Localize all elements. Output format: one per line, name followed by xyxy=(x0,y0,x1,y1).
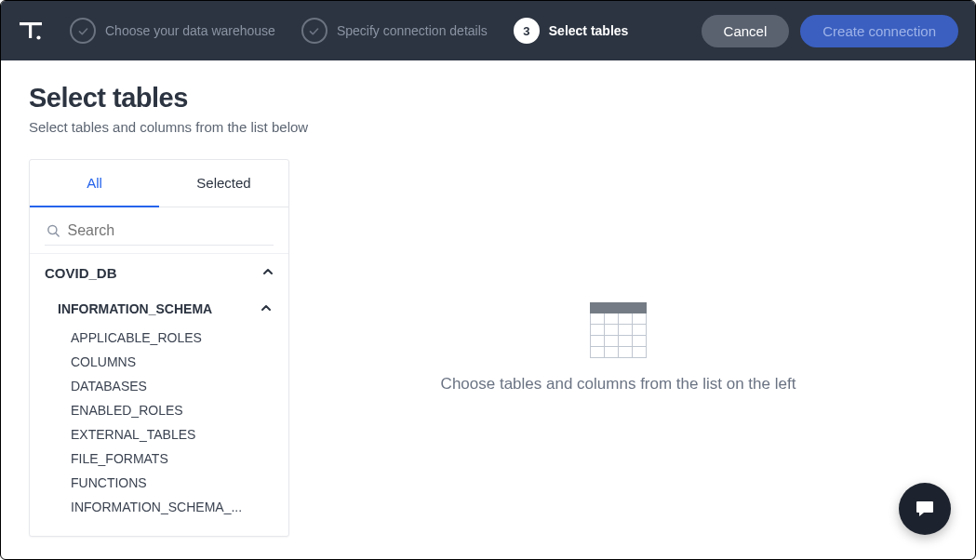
cancel-button[interactable]: Cancel xyxy=(702,15,790,47)
main-layout: All Selected COVID_DB INFORMATION_SCHEMA xyxy=(29,159,947,537)
app-logo xyxy=(18,18,44,44)
page-subtitle: Select tables and columns from the list … xyxy=(29,119,947,135)
browser-tabs: All Selected xyxy=(30,160,288,207)
chevron-up-icon xyxy=(261,302,272,316)
tree-table[interactable]: INFORMATION_SCHEMA_... xyxy=(30,495,288,519)
empty-state: Choose tables and columns from the list … xyxy=(289,159,947,537)
search-input[interactable] xyxy=(68,222,272,239)
wizard-header: Choose your data warehouse Specify conne… xyxy=(1,1,975,60)
page-content: Select tables Select tables and columns … xyxy=(1,60,975,559)
tree-table[interactable]: EXTERNAL_TABLES xyxy=(30,422,288,447)
step-connection[interactable]: Specify connection details xyxy=(301,18,488,44)
step-label: Choose your data warehouse xyxy=(105,23,275,38)
step-warehouse[interactable]: Choose your data warehouse xyxy=(70,18,275,44)
tree[interactable]: COVID_DB INFORMATION_SCHEMA APPLICABLE_R… xyxy=(30,253,288,536)
header-actions: Cancel Create connection xyxy=(702,15,958,47)
tree-table[interactable]: FILE_FORMATS xyxy=(30,447,288,471)
step-label: Specify connection details xyxy=(337,23,488,38)
chevron-up-icon xyxy=(262,266,274,280)
svg-point-2 xyxy=(36,35,40,39)
wizard-steps: Choose your data warehouse Specify conne… xyxy=(70,18,685,44)
schema-label: INFORMATION_SCHEMA xyxy=(58,301,212,316)
table-browser: All Selected COVID_DB INFORMATION_SCHEMA xyxy=(29,159,289,537)
svg-rect-0 xyxy=(20,22,42,25)
tab-all[interactable]: All xyxy=(30,160,159,207)
tree-table[interactable]: FUNCTIONS xyxy=(30,471,288,495)
step-tables[interactable]: 3 Select tables xyxy=(514,18,629,44)
tree-table[interactable]: DATABASES xyxy=(30,374,288,398)
tree-table[interactable]: COLUMNS xyxy=(30,350,288,374)
svg-line-4 xyxy=(56,233,59,236)
tree-table[interactable]: APPLICABLE_ROLES xyxy=(30,326,288,350)
tree-schema[interactable]: INFORMATION_SCHEMA xyxy=(30,292,288,326)
empty-message: Choose tables and columns from the list … xyxy=(441,375,796,393)
tree-database[interactable]: COVID_DB xyxy=(30,253,288,292)
chat-button[interactable] xyxy=(899,483,951,535)
search-row xyxy=(30,207,288,253)
tab-selected[interactable]: Selected xyxy=(159,160,288,207)
logo-icon xyxy=(18,18,44,44)
check-icon xyxy=(301,18,328,44)
database-label: COVID_DB xyxy=(45,265,117,281)
step-label: Select tables xyxy=(549,23,629,38)
create-connection-button[interactable]: Create connection xyxy=(800,15,958,47)
step-number: 3 xyxy=(514,18,540,44)
svg-rect-1 xyxy=(29,25,32,38)
chat-icon xyxy=(914,498,936,520)
table-icon xyxy=(590,302,647,358)
check-icon xyxy=(70,18,96,44)
page-title: Select tables xyxy=(29,83,947,113)
tree-table[interactable]: ENABLED_ROLES xyxy=(30,398,288,422)
search-icon xyxy=(47,223,60,238)
